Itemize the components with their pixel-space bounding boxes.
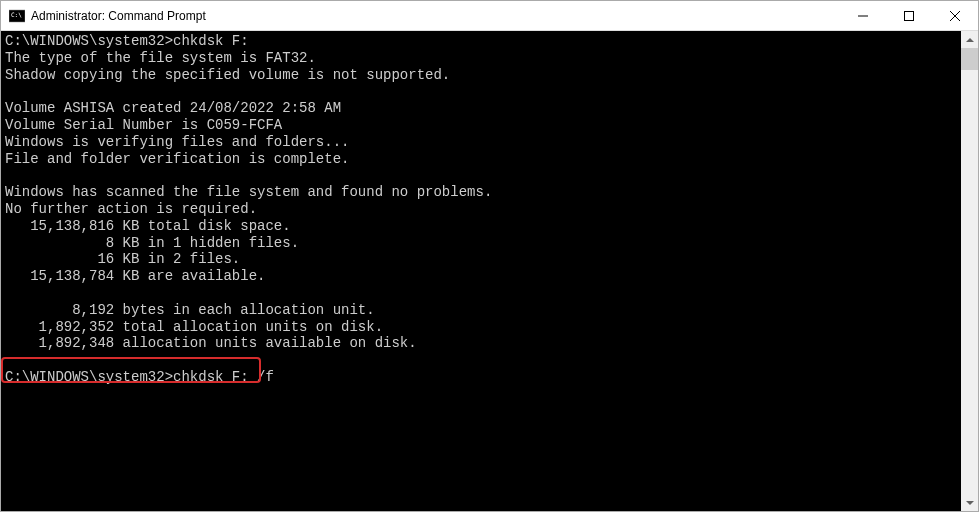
output-line: Volume Serial Number is C059-FCFA [5, 117, 282, 133]
output-line: 16 KB in 2 files. [5, 251, 240, 267]
output-line: Volume ASHISA created 24/08/2022 2:58 AM [5, 100, 341, 116]
prompt-line-2: C:\WINDOWS\system32>chkdsk F: /f [5, 369, 274, 385]
output-line: Windows is verifying files and folders..… [5, 134, 349, 150]
output-line: The type of the file system is FAT32. [5, 50, 316, 66]
output-line: 1,892,352 total allocation units on disk… [5, 319, 383, 335]
output-line: Shadow copying the specified volume is n… [5, 67, 450, 83]
output-line: No further action is required. [5, 201, 257, 217]
output-line: Windows has scanned the file system and … [5, 184, 492, 200]
output-line: 1,892,348 allocation units available on … [5, 335, 417, 351]
titlebar-buttons [840, 1, 978, 30]
svg-rect-3 [905, 11, 914, 20]
prompt-line-1: C:\WINDOWS\system32>chkdsk F: [5, 33, 249, 49]
content-wrapper: C:\WINDOWS\system32>chkdsk F: The type o… [1, 31, 978, 511]
svg-marker-6 [966, 38, 974, 42]
cmd-icon: C:\ [9, 8, 25, 24]
output-line: 8 KB in 1 hidden files. [5, 235, 299, 251]
output-line: 8,192 bytes in each allocation unit. [5, 302, 375, 318]
scrollbar-thumb[interactable] [961, 48, 978, 70]
svg-marker-7 [966, 501, 974, 505]
output-line: 15,138,816 KB total disk space. [5, 218, 291, 234]
scrollbar-up-icon[interactable] [961, 31, 978, 48]
svg-text:C:\: C:\ [11, 11, 22, 18]
close-button[interactable] [932, 1, 978, 30]
minimize-button[interactable] [840, 1, 886, 30]
scrollbar[interactable] [961, 31, 978, 511]
scrollbar-down-icon[interactable] [961, 494, 978, 511]
titlebar: C:\ Administrator: Command Prompt [1, 1, 978, 31]
terminal[interactable]: C:\WINDOWS\system32>chkdsk F: The type o… [1, 31, 961, 511]
output-line: 15,138,784 KB are available. [5, 268, 265, 284]
titlebar-text: Administrator: Command Prompt [31, 9, 840, 23]
output-line: File and folder verification is complete… [5, 151, 349, 167]
maximize-button[interactable] [886, 1, 932, 30]
